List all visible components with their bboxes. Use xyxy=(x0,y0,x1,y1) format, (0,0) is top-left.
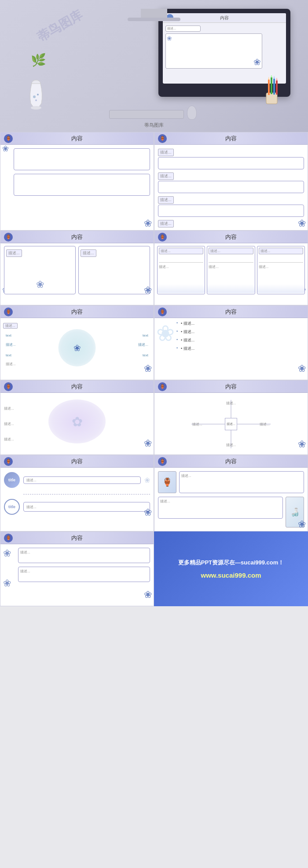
slide-3-floral-br: ❀ xyxy=(144,286,152,295)
slide-4-col1-body: 描述... xyxy=(159,264,203,269)
slide-5-circle: ❀ xyxy=(59,329,96,366)
slide-2-desc-4: 描述... xyxy=(158,220,174,227)
slide-9-body: ❀ title 描述... ❀ title xyxy=(0,468,154,519)
slide-2-row-1: 描述... xyxy=(158,147,304,169)
slide-2-content-2 xyxy=(158,181,304,193)
slide-4-col1-deco xyxy=(158,284,205,293)
slide-6-vase-icon: 🏺 xyxy=(158,308,167,316)
slide-7-title: 内容 xyxy=(71,383,83,391)
screen-title: 内容 xyxy=(220,15,229,21)
slide-2-row-2: 描述... xyxy=(158,171,304,193)
hero-mouse xyxy=(187,106,197,120)
slide-4-col-3: 描述... 描述... xyxy=(257,246,305,294)
slide-5-text-2: text xyxy=(143,333,148,337)
slide-4: 🏺 内容 ❀ 描述... 描述... 描述... 描述... 描述... 描述. xyxy=(154,231,308,305)
slide-5: 🏺 内容 描述... ❀ text 描述... text 描述... text … xyxy=(0,305,154,380)
slides-grid: 🏺 内容 ❀ ❀ 🏺 内容 ❀ 描述... 描述... 描述. xyxy=(0,132,308,606)
slide-4-col2-sep xyxy=(209,256,253,263)
slide-3-header: 🏺 内容 xyxy=(0,231,154,243)
slide-6-floral-left: ❀ xyxy=(156,322,175,344)
slide-11-vase-icon: 🏺 xyxy=(4,534,13,542)
slide-10-header: 🏺 内容 xyxy=(154,455,308,468)
slide-11-box-1: 描述... xyxy=(18,548,150,563)
ad-banner-url[interactable]: www.sucai999.com xyxy=(201,571,261,579)
slide-10-desc-1-text: 描述... xyxy=(181,474,191,478)
slide-5-text-4: text xyxy=(143,353,148,357)
slide-1-box-1 xyxy=(14,148,150,170)
slide-1-title: 内容 xyxy=(71,135,83,143)
monitor-stand xyxy=(141,9,167,18)
slide-8-center-text: 描述... xyxy=(227,422,235,426)
slide-5-floral-br: ❀ xyxy=(144,364,152,374)
slide-6-bullet-1: • 描述... xyxy=(176,321,299,326)
svg-point-4 xyxy=(35,99,37,101)
slide-4-col3-header: 描述... xyxy=(259,248,303,254)
slide-2-header: 🏺 内容 xyxy=(154,132,308,145)
slide-9-row1-desc: 描述... xyxy=(26,478,37,483)
slide-1-floral-tl: ❀ xyxy=(2,145,9,153)
slide-5-body: 描述... ❀ text 描述... text 描述... text text … xyxy=(0,318,154,375)
ad-banner-line1: 更多精品PPT资源尽在—sucai999.com！ xyxy=(178,559,284,567)
slide-7-label-2: 描述... xyxy=(4,421,14,426)
hero-vase: 🌿 xyxy=(26,75,46,110)
slide-4-header: 🏺 内容 xyxy=(154,231,308,243)
slide-9-row2-title: title xyxy=(8,505,15,509)
slide-11-content: 描述... 描述... xyxy=(18,548,150,582)
svg-point-1 xyxy=(31,106,41,110)
hero-keyboard xyxy=(109,110,184,119)
slide-6-body: ❀ • 描述... • 描述... • 描述... • 描述... ❀ xyxy=(154,318,308,375)
slide-8-title: 内容 xyxy=(225,383,237,391)
slide-9-row1-box: 描述... xyxy=(23,476,141,484)
svg-rect-8 xyxy=(273,79,275,95)
svg-marker-12 xyxy=(273,76,275,79)
slide-4-col1-sep xyxy=(159,256,203,263)
slide-9-row1-floral: ❀ xyxy=(144,476,150,484)
slide-9-title: 内容 xyxy=(71,458,83,465)
slide-7-floral-inner: ✿ xyxy=(72,414,83,429)
slide-11-header: 🏺 内容 xyxy=(0,532,154,544)
slide-3-title: 内容 xyxy=(71,233,83,241)
slide-11-body: ❀ ❀ 描述... 描述... ❀ xyxy=(0,544,154,601)
slide-9-floral-br: ❀ xyxy=(144,508,152,517)
slide-6: 🏺 内容 ❀ • 描述... • 描述... • 描述... • 描述... ❀ xyxy=(154,305,308,380)
slide-9-dotted xyxy=(23,494,150,494)
slide-4-body: ❀ 描述... 描述... 描述... 描述... 描述... 描述... xyxy=(154,243,308,297)
ad-banner[interactable]: 更多精品PPT资源尽在—sucai999.com！ www.sucai999.c… xyxy=(154,531,308,606)
svg-rect-6 xyxy=(268,80,270,95)
slide-5-desc-top: 描述... xyxy=(3,323,18,329)
slide-5-title: 内容 xyxy=(71,308,83,316)
slide-10-vase-icon: 🏺 xyxy=(158,457,167,466)
hero-pencils xyxy=(262,75,282,108)
slide-7-label-3: 描述... xyxy=(4,437,14,442)
slide-4-vase-icon: 🏺 xyxy=(158,233,167,242)
slide-1: 🏺 内容 ❀ ❀ xyxy=(0,132,154,231)
slide-9-title-circle-1: title xyxy=(4,472,20,488)
svg-point-2 xyxy=(33,95,36,98)
slide-8-vase-icon: 🏺 xyxy=(158,382,167,391)
slide-1-box-2 xyxy=(14,174,150,196)
screen-floral-br: ❀ xyxy=(253,57,261,67)
slide-1-vase-icon: 🏺 xyxy=(4,134,13,143)
slide-4-col3-deco xyxy=(257,284,304,293)
slide-10-img-1: 🏺 xyxy=(158,471,176,493)
slide-8-floral-br: ❀ xyxy=(298,439,306,449)
slide-4-col3-sep xyxy=(259,256,303,263)
screen-content-box: ❀ ❀ xyxy=(165,33,262,69)
slide-7-floral-br: ❀ xyxy=(144,439,152,448)
slide-8-left-desc: 描述... xyxy=(192,422,202,427)
slide-3-floral-center: ❀ xyxy=(36,279,44,290)
slide-10-body: ❀ 🏺 描述... 描述... 🍶 xyxy=(154,468,308,531)
slide-2-content-3 xyxy=(158,205,304,217)
slide-3-col-2: 描述... xyxy=(78,246,150,294)
slide-10-row-2: 描述... 🍶 xyxy=(158,497,304,527)
slide-4-col2-header: 描述... xyxy=(209,248,253,254)
slide-9: 🏺 内容 ❀ title 描述... ❀ xyxy=(0,455,154,531)
svg-rect-5 xyxy=(266,93,277,104)
monitor-base xyxy=(128,18,180,21)
watermark-1: 蒂鸟图库 xyxy=(34,7,85,46)
slide-6-bullet-4: • 描述... xyxy=(176,346,299,352)
slide-3-desc-2: 描述... xyxy=(81,249,96,257)
slide-11: 🏺 内容 ❀ ❀ 描述... 描述... ❀ xyxy=(0,531,154,606)
slide-7-body: ✿ 描述... 描述... 描述... ❀ xyxy=(0,393,154,450)
slide-9-row-2: title 描述... xyxy=(4,499,150,515)
